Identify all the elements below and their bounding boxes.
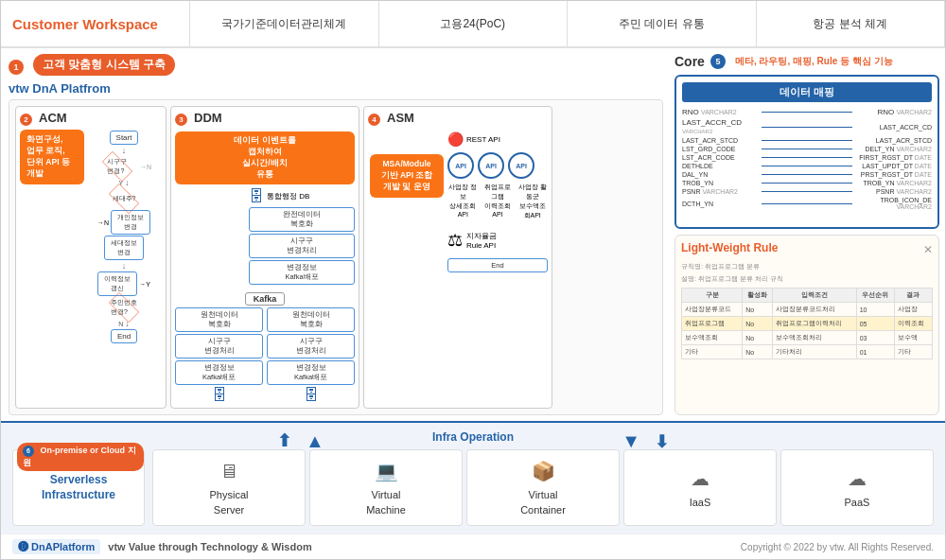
serverless-infrastructure: 6 On-premise or Cloud 지원 Serverless Infr… [12, 449, 145, 526]
lw-th-4: 우선순위 [856, 289, 894, 303]
ddm-label: DDM [194, 111, 222, 125]
acm-orange-box: 화면구성,업무 로직,단위 API 등개발 [20, 130, 84, 184]
lw-row-4: 기타 No 기타처리 01 기타 [682, 345, 933, 359]
lw-table: 구분 활성화 입력조건 우선순위 결과 사업장분류코드 No 사업장분류코드처리 [681, 288, 933, 359]
lw-row-1: 사업장분류코드 No 사업장분류코드처리 10 사업장 [682, 303, 933, 317]
core-panel: Core 5 메타, 라우팅, 매핑, Rule 등 핵심 기능 데이터 매핑 … [671, 48, 945, 421]
serverless-text: Serverless Infrastructure [42, 473, 115, 502]
container-icon: 📦 [532, 458, 555, 484]
infra-virtual-machine: 💻 VirtualMachine [309, 449, 463, 526]
lw-row-2: 취업프로그램 No 취업프로그램이력처리 05 이력조회 [682, 317, 933, 331]
api-circle3: API [508, 152, 534, 179]
asm-api3: 사업장 활동군보수액조회API [517, 183, 548, 220]
on-premise-badge: 6 On-premise or Cloud 지원 [17, 443, 144, 471]
lw-rule-title: Light-Weight Rule [681, 241, 778, 254]
nav-tab-1[interactable]: 국가기준데이터관리체계 [190, 1, 379, 46]
content-area: 1 고객 맞춤형 시스템 구축 vtw DnA Platfrom 2 ACM 화… [1, 48, 945, 421]
vtw-title: vtw DnA Platfrom [9, 81, 663, 96]
footer-logo1: 🅓 DnAPlatform [12, 539, 100, 554]
nav-logo-area: Customer Workspace [1, 1, 190, 46]
ddm-sub1: 완전데이터복호화 [249, 207, 355, 232]
infra-iaas: ☁ IaaS [623, 449, 777, 526]
customer-workspace-label: Customer Workspace [12, 16, 158, 32]
diagram-area: 2 ACM 화면구성,업무 로직,단위 API 등개발 Start ↓ 시구구변… [9, 99, 663, 415]
acm-box1: 세대정보변경 [104, 236, 144, 260]
footer-logo2: vtw Value through Technology & Wisdom [108, 541, 311, 552]
acm-diamond3: 주민번호변경? [103, 297, 145, 318]
footer-left: 🅓 DnAPlatform vtw Value through Technolo… [12, 539, 312, 554]
footer: 🅓 DnAPlatform vtw Value through Technolo… [1, 534, 945, 559]
acm-section: 2 ACM 화면구성,업무 로직,단위 API 등개발 Start ↓ 시구구변… [15, 106, 166, 409]
infra-items: 6 On-premise or Cloud 지원 Serverless Infr… [12, 449, 934, 526]
nav-tab-3[interactable]: 주민 데이터 유통 [568, 1, 757, 46]
infra-physical-server: 🖥 PhysicalServer [152, 449, 306, 526]
lw-rule-box: Light-Weight Rule ✕ 규칙명: 취업프로그램 분류 설명: 취… [674, 235, 939, 415]
paas-icon: ☁ [848, 465, 867, 492]
ddm-sub3: 변경정보Kafka배포 [249, 260, 355, 285]
asm-badge: 4 [368, 114, 380, 126]
nav-tab-4[interactable]: 항공 분석 체계 [757, 1, 946, 46]
lw-row-3: 보수액조회 No 보수액조회처리 03 보수액 [682, 331, 933, 345]
server-icon: 🖥 [219, 458, 238, 484]
mapping-fields: RNO VARCHAR2 RNO VARCHAR2 LAST_ACCR_CD V… [682, 108, 932, 210]
infra-paas: ☁ PaaS [780, 449, 934, 526]
infra-grid: 🖥 PhysicalServer 💻 VirtualMachine 📦 Virt… [145, 449, 934, 526]
core-badge: 5 [710, 54, 726, 69]
acm-badge: 2 [20, 114, 32, 126]
asm-api1: 사업장 정보상세조회 API [447, 183, 479, 220]
acm-diamond2: 세대주? [103, 188, 145, 209]
api-circle2: API [478, 152, 504, 179]
acm-diamond1: 시구구변경? [96, 156, 138, 177]
rule-api-label: 지자율금Rule API [466, 231, 497, 250]
infra-virtual-container: 📦 VirtualContainer [466, 449, 620, 526]
api-circle1: API [447, 152, 474, 179]
footer-copyright: Copyright © 2022 by vtw. All Rights Rese… [741, 542, 934, 552]
main-panel: 1 고객 맞춤형 시스템 구축 vtw DnA Platfrom 2 ACM 화… [1, 48, 671, 421]
core-desc: 메타, 라우팅, 매핑, Rule 등 핵심 기능 [735, 55, 893, 68]
ddm-db-label: 통합행정 DB [267, 191, 309, 201]
lw-rule-desc: 설명: 취업프로그램 분류 처리 규칙 [681, 274, 933, 284]
infra-operation-title: ▲ Infra Operation ▼ [12, 430, 934, 444]
ddm-orange-box: 데이터 이벤트를캡처하여실시간/배치유통 [175, 131, 355, 184]
lw-th-1: 구분 [682, 289, 743, 303]
nav-tab-2[interactable]: 고용24(PoC) [379, 1, 569, 46]
ddm-sub2: 시구구변경처리 [249, 234, 355, 258]
lw-th-3: 입력조건 [773, 289, 856, 303]
lw-th-5: 결과 [894, 289, 932, 303]
acm-start: Start [110, 131, 139, 145]
ddm-badge: 3 [175, 114, 187, 126]
bottom-bar: ▲ Infra Operation ▼ 6 On-premise or Clou… [1, 421, 945, 534]
iaas-icon: ☁ [691, 465, 710, 492]
asm-orange-box: MSA/Module기반 API 조합개발 및 운영 [370, 154, 444, 198]
core-title: Core [674, 54, 705, 69]
acm-end: End [111, 329, 137, 343]
lw-th-2: 활성화 [743, 289, 773, 303]
lw-rule-subtitle: 규칙명: 취업프로그램 분류 [681, 262, 933, 271]
top-nav: Customer Workspace 국가기준데이터관리체계 고용24(PoC)… [1, 1, 945, 48]
section1-badge: 1 [9, 60, 24, 75]
asm-end: End [447, 258, 548, 272]
data-mapping-box: 데이터 매핑 RNO VARCHAR2 RNO VARCHAR2 LAST_AC… [674, 75, 939, 229]
acm-arrow1: ↓ [122, 146, 127, 155]
kafka-label: Kafka [245, 292, 286, 306]
data-mapping-title: 데이터 매핑 [682, 82, 932, 102]
asm-right-flow: 🔴 REST API API API API 사업장 정보상세조회 API 취업… [447, 131, 548, 272]
asm-label: ASM [387, 111, 414, 125]
ddm-section: 3 DDM 데이터 이벤트를캡처하여실시간/배치유통 🗄 통합행정 DB 완전데… [170, 106, 359, 409]
asm-section: 4 ASM MSA/Module기반 API 조합개발 및 운영 🔴 REST … [363, 106, 552, 409]
core-header: Core 5 메타, 라우팅, 매핑, Rule 등 핵심 기능 [674, 54, 939, 69]
mapping-row-1: RNO VARCHAR2 RNO VARCHAR2 [682, 108, 932, 116]
vm-icon: 💻 [375, 458, 398, 484]
section1-title: 고객 맞춤형 시스템 구축 [33, 54, 175, 76]
rest-api-label: REST API [466, 135, 500, 144]
acm-flow: Start ↓ 시구구변경? →N Y ↓ 세대주? →N [86, 131, 162, 343]
main-container: Customer Workspace 국가기준데이터관리체계 고용24(PoC)… [0, 0, 946, 560]
lw-rule-close[interactable]: ✕ [923, 243, 933, 256]
asm-api2: 취업프로그램이력조회API [482, 183, 514, 220]
acm-label: ACM [39, 111, 67, 125]
